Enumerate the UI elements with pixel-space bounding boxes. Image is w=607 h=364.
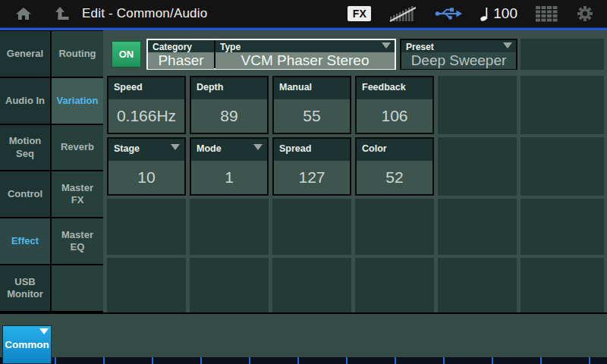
sidebar-item-motion-seq[interactable]: Motion Seq [0, 125, 50, 171]
grid-cell-empty [438, 137, 517, 196]
tempo-value: 100 [493, 5, 517, 22]
param-stage[interactable]: Stage 10 [107, 137, 186, 196]
matrix-grid-icon[interactable] [536, 5, 558, 22]
sidebar-item-routing[interactable]: Routing [52, 31, 103, 77]
seq-bars-off-icon [389, 5, 417, 22]
param-speed[interactable]: Speed 0.166Hz [107, 76, 186, 134]
grid-cell-empty [521, 199, 604, 255]
home-icon[interactable] [15, 6, 32, 21]
fx-status-badge[interactable]: FX [348, 6, 371, 21]
grid-cell-empty [355, 199, 434, 255]
effect-type-value: VCM Phaser Stereo [215, 52, 395, 69]
effect-type-select[interactable]: Type VCM Phaser Stereo [215, 40, 395, 68]
quarter-note-icon [480, 5, 489, 22]
sidebar-item-effect[interactable]: Effect [0, 218, 50, 264]
param-manual[interactable]: Manual 55 [272, 76, 351, 134]
param-spread[interactable]: Spread 127 [272, 137, 351, 196]
grid-cell-empty [521, 39, 604, 70]
grid-cell-empty [107, 199, 186, 255]
effect-type-box: Category Phaser Type VCM Phaser Stereo [146, 39, 396, 70]
settings-gear-icon[interactable] [577, 5, 593, 22]
sidebar-item-usb-monitor[interactable]: USB Monitor [0, 265, 50, 311]
sidebar-item-audio-in[interactable]: Audio In [0, 78, 50, 124]
sidebar: General Audio In Motion Seq Control Effe… [0, 30, 103, 312]
grid-cell-empty [438, 76, 517, 134]
grid-cell-empty [438, 199, 517, 255]
part-select-common-button[interactable]: Common [2, 325, 52, 364]
bottom-bar [0, 314, 607, 357]
grid-cell-empty [521, 137, 604, 196]
grid-cell-empty [272, 199, 351, 255]
tempo-display[interactable]: 100 [480, 5, 517, 22]
sidebar-item-blank [52, 265, 103, 311]
effect-on-button[interactable]: ON [112, 41, 141, 67]
status-icons: FX [348, 5, 607, 22]
chevron-down-icon [503, 42, 512, 49]
grid-cell-empty [272, 258, 351, 312]
title-bar: Edit - Common/Audio FX [0, 0, 607, 27]
keyboard-strip[interactable] [0, 357, 607, 364]
grid-cell-empty [107, 258, 186, 312]
sidebar-item-control[interactable]: Control [0, 171, 50, 217]
sidebar-item-general[interactable]: General [0, 31, 50, 77]
exit-up-icon[interactable] [55, 6, 70, 21]
effect-preset-value: Deep Sweeper [401, 52, 516, 69]
grid-cell-empty [438, 258, 517, 312]
grid-cell-empty [521, 76, 604, 134]
chevron-down-icon [39, 328, 49, 334]
grid-cell-empty [190, 258, 269, 312]
chevron-down-icon [253, 144, 263, 150]
grid-cell-empty [521, 258, 604, 312]
sidebar-item-reverb[interactable]: Reverb [52, 125, 103, 171]
param-depth[interactable]: Depth 89 [190, 76, 269, 134]
effect-preset-select[interactable]: Preset Deep Sweeper [400, 39, 517, 70]
param-color[interactable]: Color 52 [355, 137, 434, 196]
chevron-down-icon [382, 42, 391, 49]
grid-cell-empty [355, 258, 434, 312]
grid-cell-empty [190, 199, 269, 255]
param-feedback[interactable]: Feedback 106 [355, 76, 434, 134]
chevron-down-icon [171, 144, 180, 150]
page-title: Edit - Common/Audio [82, 6, 207, 21]
param-mode[interactable]: Mode 1 [190, 137, 269, 196]
usb-icon [435, 6, 462, 21]
effect-category-select[interactable]: Category Phaser [148, 40, 215, 68]
sidebar-item-variation[interactable]: Variation [52, 78, 103, 124]
modx-edit-screen: Edit - Common/Audio FX [0, 0, 607, 364]
sidebar-item-master-fx[interactable]: Master FX [52, 171, 103, 217]
effect-category-value: Phaser [148, 52, 214, 69]
sidebar-item-master-eq[interactable]: Master EQ [52, 218, 103, 264]
